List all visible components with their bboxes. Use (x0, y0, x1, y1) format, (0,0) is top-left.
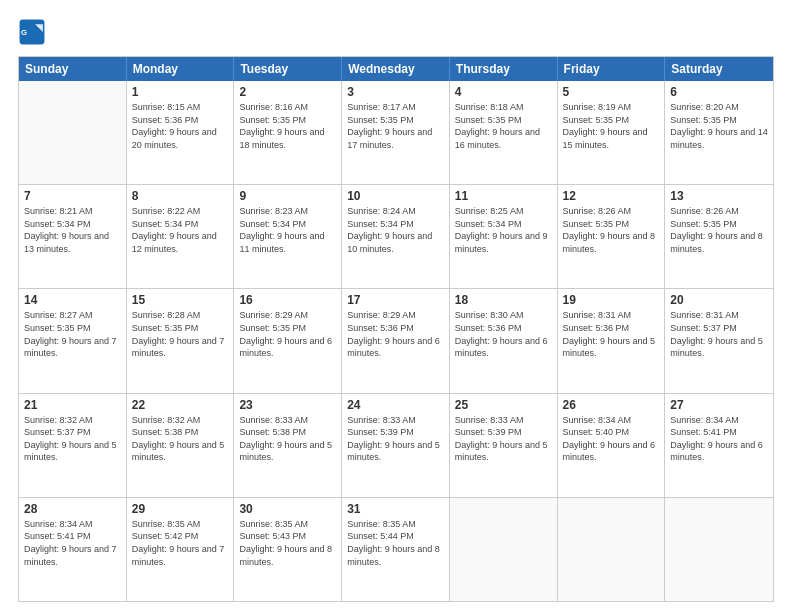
day-cell-20: 20Sunrise: 8:31 AMSunset: 5:37 PMDayligh… (665, 289, 773, 392)
calendar-row-1: 1Sunrise: 8:15 AMSunset: 5:36 PMDaylight… (19, 81, 773, 185)
day-cell-9: 9Sunrise: 8:23 AMSunset: 5:34 PMDaylight… (234, 185, 342, 288)
day-number: 19 (563, 293, 660, 307)
day-cell-11: 11Sunrise: 8:25 AMSunset: 5:34 PMDayligh… (450, 185, 558, 288)
day-cell-17: 17Sunrise: 8:29 AMSunset: 5:36 PMDayligh… (342, 289, 450, 392)
day-info: Sunrise: 8:21 AMSunset: 5:34 PMDaylight:… (24, 205, 121, 255)
day-info: Sunrise: 8:29 AMSunset: 5:35 PMDaylight:… (239, 309, 336, 359)
day-cell-24: 24Sunrise: 8:33 AMSunset: 5:39 PMDayligh… (342, 394, 450, 497)
day-info: Sunrise: 8:32 AMSunset: 5:37 PMDaylight:… (24, 414, 121, 464)
day-info: Sunrise: 8:18 AMSunset: 5:35 PMDaylight:… (455, 101, 552, 151)
day-info: Sunrise: 8:15 AMSunset: 5:36 PMDaylight:… (132, 101, 229, 151)
day-number: 22 (132, 398, 229, 412)
header-day-friday: Friday (558, 57, 666, 81)
day-number: 28 (24, 502, 121, 516)
calendar-row-3: 14Sunrise: 8:27 AMSunset: 5:35 PMDayligh… (19, 289, 773, 393)
page: G SundayMondayTuesdayWednesdayThursdayFr… (0, 0, 792, 612)
day-info: Sunrise: 8:34 AMSunset: 5:41 PMDaylight:… (24, 518, 121, 568)
day-info: Sunrise: 8:20 AMSunset: 5:35 PMDaylight:… (670, 101, 768, 151)
day-cell-14: 14Sunrise: 8:27 AMSunset: 5:35 PMDayligh… (19, 289, 127, 392)
empty-cell (19, 81, 127, 184)
day-number: 29 (132, 502, 229, 516)
day-number: 1 (132, 85, 229, 99)
calendar-header: SundayMondayTuesdayWednesdayThursdayFrid… (19, 57, 773, 81)
day-number: 15 (132, 293, 229, 307)
day-number: 4 (455, 85, 552, 99)
day-number: 14 (24, 293, 121, 307)
day-info: Sunrise: 8:28 AMSunset: 5:35 PMDaylight:… (132, 309, 229, 359)
day-info: Sunrise: 8:35 AMSunset: 5:44 PMDaylight:… (347, 518, 444, 568)
logo: G (18, 18, 50, 46)
calendar-row-4: 21Sunrise: 8:32 AMSunset: 5:37 PMDayligh… (19, 394, 773, 498)
day-number: 21 (24, 398, 121, 412)
day-info: Sunrise: 8:31 AMSunset: 5:36 PMDaylight:… (563, 309, 660, 359)
header-day-saturday: Saturday (665, 57, 773, 81)
day-cell-8: 8Sunrise: 8:22 AMSunset: 5:34 PMDaylight… (127, 185, 235, 288)
day-cell-28: 28Sunrise: 8:34 AMSunset: 5:41 PMDayligh… (19, 498, 127, 601)
header-day-thursday: Thursday (450, 57, 558, 81)
day-info: Sunrise: 8:30 AMSunset: 5:36 PMDaylight:… (455, 309, 552, 359)
day-number: 5 (563, 85, 660, 99)
day-cell-27: 27Sunrise: 8:34 AMSunset: 5:41 PMDayligh… (665, 394, 773, 497)
day-info: Sunrise: 8:34 AMSunset: 5:40 PMDaylight:… (563, 414, 660, 464)
day-cell-29: 29Sunrise: 8:35 AMSunset: 5:42 PMDayligh… (127, 498, 235, 601)
day-cell-15: 15Sunrise: 8:28 AMSunset: 5:35 PMDayligh… (127, 289, 235, 392)
day-info: Sunrise: 8:33 AMSunset: 5:39 PMDaylight:… (455, 414, 552, 464)
day-number: 9 (239, 189, 336, 203)
day-cell-4: 4Sunrise: 8:18 AMSunset: 5:35 PMDaylight… (450, 81, 558, 184)
day-number: 27 (670, 398, 768, 412)
day-number: 3 (347, 85, 444, 99)
day-info: Sunrise: 8:27 AMSunset: 5:35 PMDaylight:… (24, 309, 121, 359)
day-cell-12: 12Sunrise: 8:26 AMSunset: 5:35 PMDayligh… (558, 185, 666, 288)
day-number: 16 (239, 293, 336, 307)
day-info: Sunrise: 8:29 AMSunset: 5:36 PMDaylight:… (347, 309, 444, 359)
logo-icon: G (18, 18, 46, 46)
day-cell-30: 30Sunrise: 8:35 AMSunset: 5:43 PMDayligh… (234, 498, 342, 601)
day-info: Sunrise: 8:17 AMSunset: 5:35 PMDaylight:… (347, 101, 444, 151)
day-cell-26: 26Sunrise: 8:34 AMSunset: 5:40 PMDayligh… (558, 394, 666, 497)
day-number: 12 (563, 189, 660, 203)
calendar-row-2: 7Sunrise: 8:21 AMSunset: 5:34 PMDaylight… (19, 185, 773, 289)
day-number: 8 (132, 189, 229, 203)
day-number: 25 (455, 398, 552, 412)
empty-cell (558, 498, 666, 601)
day-cell-22: 22Sunrise: 8:32 AMSunset: 5:38 PMDayligh… (127, 394, 235, 497)
header-day-tuesday: Tuesday (234, 57, 342, 81)
day-number: 17 (347, 293, 444, 307)
day-cell-1: 1Sunrise: 8:15 AMSunset: 5:36 PMDaylight… (127, 81, 235, 184)
day-number: 24 (347, 398, 444, 412)
day-info: Sunrise: 8:23 AMSunset: 5:34 PMDaylight:… (239, 205, 336, 255)
day-cell-16: 16Sunrise: 8:29 AMSunset: 5:35 PMDayligh… (234, 289, 342, 392)
day-cell-13: 13Sunrise: 8:26 AMSunset: 5:35 PMDayligh… (665, 185, 773, 288)
day-cell-19: 19Sunrise: 8:31 AMSunset: 5:36 PMDayligh… (558, 289, 666, 392)
day-number: 13 (670, 189, 768, 203)
day-cell-21: 21Sunrise: 8:32 AMSunset: 5:37 PMDayligh… (19, 394, 127, 497)
header-day-sunday: Sunday (19, 57, 127, 81)
day-info: Sunrise: 8:31 AMSunset: 5:37 PMDaylight:… (670, 309, 768, 359)
day-cell-7: 7Sunrise: 8:21 AMSunset: 5:34 PMDaylight… (19, 185, 127, 288)
day-info: Sunrise: 8:25 AMSunset: 5:34 PMDaylight:… (455, 205, 552, 255)
day-number: 10 (347, 189, 444, 203)
day-number: 7 (24, 189, 121, 203)
day-info: Sunrise: 8:24 AMSunset: 5:34 PMDaylight:… (347, 205, 444, 255)
calendar-body: 1Sunrise: 8:15 AMSunset: 5:36 PMDaylight… (19, 81, 773, 601)
day-info: Sunrise: 8:35 AMSunset: 5:42 PMDaylight:… (132, 518, 229, 568)
day-number: 11 (455, 189, 552, 203)
day-number: 2 (239, 85, 336, 99)
day-cell-5: 5Sunrise: 8:19 AMSunset: 5:35 PMDaylight… (558, 81, 666, 184)
day-info: Sunrise: 8:16 AMSunset: 5:35 PMDaylight:… (239, 101, 336, 151)
empty-cell (665, 498, 773, 601)
day-number: 18 (455, 293, 552, 307)
day-number: 20 (670, 293, 768, 307)
day-info: Sunrise: 8:33 AMSunset: 5:38 PMDaylight:… (239, 414, 336, 464)
day-number: 6 (670, 85, 768, 99)
day-cell-10: 10Sunrise: 8:24 AMSunset: 5:34 PMDayligh… (342, 185, 450, 288)
header-day-wednesday: Wednesday (342, 57, 450, 81)
header: G (18, 18, 774, 46)
day-info: Sunrise: 8:33 AMSunset: 5:39 PMDaylight:… (347, 414, 444, 464)
day-info: Sunrise: 8:26 AMSunset: 5:35 PMDaylight:… (670, 205, 768, 255)
day-number: 26 (563, 398, 660, 412)
day-info: Sunrise: 8:19 AMSunset: 5:35 PMDaylight:… (563, 101, 660, 151)
day-number: 31 (347, 502, 444, 516)
day-cell-3: 3Sunrise: 8:17 AMSunset: 5:35 PMDaylight… (342, 81, 450, 184)
day-cell-18: 18Sunrise: 8:30 AMSunset: 5:36 PMDayligh… (450, 289, 558, 392)
